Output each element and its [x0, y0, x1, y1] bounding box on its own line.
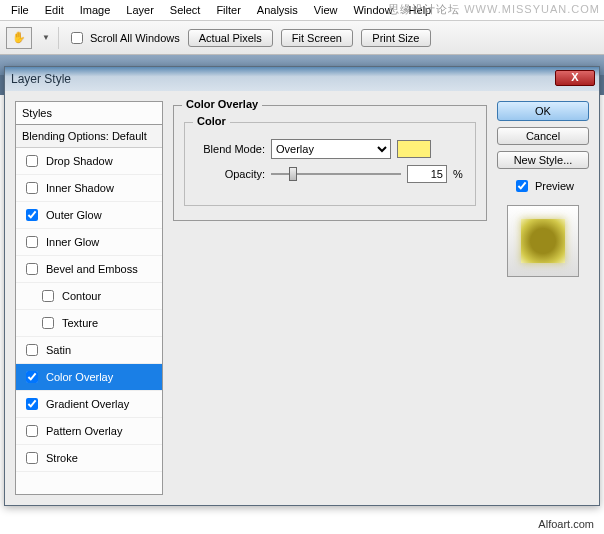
style-checkbox[interactable]	[42, 317, 54, 329]
blend-mode-select[interactable]: Overlay	[271, 139, 391, 159]
style-label: Contour	[62, 290, 101, 302]
style-checkbox[interactable]	[26, 425, 38, 437]
style-checkbox[interactable]	[26, 209, 38, 221]
preview-label: Preview	[535, 180, 574, 192]
menu-filter[interactable]: Filter	[209, 2, 247, 18]
credit-text: Alfoart.com	[538, 518, 594, 530]
style-item-drop-shadow[interactable]: Drop Shadow	[16, 148, 162, 175]
style-item-satin[interactable]: Satin	[16, 337, 162, 364]
settings-panel: Color Overlay Color Blend Mode: Overlay …	[173, 101, 487, 495]
actual-pixels-button[interactable]: Actual Pixels	[188, 29, 273, 47]
inner-legend: Color	[193, 115, 230, 127]
style-checkbox[interactable]	[26, 182, 38, 194]
opacity-value[interactable]: 15	[407, 165, 447, 183]
layer-style-dialog: Layer Style X Styles Blending Options: D…	[4, 66, 600, 506]
menu-view[interactable]: View	[307, 2, 345, 18]
hand-tool-icon[interactable]: ✋	[6, 27, 32, 49]
preview-checkbox[interactable]: Preview	[497, 177, 589, 195]
dialog-title: Layer Style	[11, 72, 71, 86]
style-item-contour[interactable]: Contour	[16, 283, 162, 310]
dialog-close-button[interactable]: X	[555, 70, 595, 86]
style-item-pattern-overlay[interactable]: Pattern Overlay	[16, 418, 162, 445]
new-style-button[interactable]: New Style...	[497, 151, 589, 169]
blending-options-item[interactable]: Blending Options: Default	[16, 125, 162, 148]
preview-square	[521, 219, 565, 263]
opacity-slider[interactable]	[271, 165, 401, 183]
style-label: Outer Glow	[46, 209, 102, 221]
slider-thumb[interactable]	[289, 167, 297, 181]
styles-header[interactable]: Styles	[16, 102, 162, 125]
style-checkbox[interactable]	[42, 290, 54, 302]
menu-analysis[interactable]: Analysis	[250, 2, 305, 18]
scroll-all-windows-checkbox[interactable]: Scroll All Windows	[67, 29, 180, 47]
opacity-label: Opacity:	[195, 168, 265, 180]
menu-edit[interactable]: Edit	[38, 2, 71, 18]
style-label: Inner Glow	[46, 236, 99, 248]
ok-button[interactable]: OK	[497, 101, 589, 121]
color-swatch[interactable]	[397, 140, 431, 158]
style-checkbox[interactable]	[26, 452, 38, 464]
style-checkbox[interactable]	[26, 344, 38, 356]
menu-layer[interactable]: Layer	[119, 2, 161, 18]
style-label: Drop Shadow	[46, 155, 113, 167]
style-label: Stroke	[46, 452, 78, 464]
options-bar: ✋ ▼ Scroll All Windows Actual Pixels Fit…	[0, 21, 604, 55]
blend-mode-label: Blend Mode:	[195, 143, 265, 155]
preview-checkbox-input[interactable]	[516, 180, 528, 192]
style-checkbox[interactable]	[26, 263, 38, 275]
style-label: Texture	[62, 317, 98, 329]
style-checkbox[interactable]	[26, 398, 38, 410]
scroll-all-label: Scroll All Windows	[90, 32, 180, 44]
style-label: Inner Shadow	[46, 182, 114, 194]
style-item-color-overlay[interactable]: Color Overlay	[16, 364, 162, 391]
fit-screen-button[interactable]: Fit Screen	[281, 29, 353, 47]
style-item-inner-glow[interactable]: Inner Glow	[16, 229, 162, 256]
group-legend: Color Overlay	[182, 98, 262, 110]
menu-file[interactable]: File	[4, 2, 36, 18]
style-item-gradient-overlay[interactable]: Gradient Overlay	[16, 391, 162, 418]
style-checkbox[interactable]	[26, 236, 38, 248]
style-label: Bevel and Emboss	[46, 263, 138, 275]
color-overlay-group: Color Overlay Color Blend Mode: Overlay …	[173, 105, 487, 221]
style-label: Pattern Overlay	[46, 425, 122, 437]
scroll-all-checkbox-input[interactable]	[71, 32, 83, 44]
style-checkbox[interactable]	[26, 155, 38, 167]
preview-swatch	[507, 205, 579, 277]
menu-image[interactable]: Image	[73, 2, 118, 18]
style-item-bevel-and-emboss[interactable]: Bevel and Emboss	[16, 256, 162, 283]
separator	[58, 27, 59, 49]
style-label: Gradient Overlay	[46, 398, 129, 410]
menu-select[interactable]: Select	[163, 2, 208, 18]
style-item-stroke[interactable]: Stroke	[16, 445, 162, 472]
style-checkbox[interactable]	[26, 371, 38, 383]
style-item-inner-shadow[interactable]: Inner Shadow	[16, 175, 162, 202]
style-item-outer-glow[interactable]: Outer Glow	[16, 202, 162, 229]
dialog-buttons: OK Cancel New Style... Preview	[497, 101, 589, 495]
style-label: Satin	[46, 344, 71, 356]
cancel-button[interactable]: Cancel	[497, 127, 589, 145]
color-inner-group: Color Blend Mode: Overlay Opacity:	[184, 122, 476, 206]
opacity-unit: %	[453, 168, 463, 180]
styles-list: Styles Blending Options: Default Drop Sh…	[15, 101, 163, 495]
dialog-titlebar[interactable]: Layer Style X	[5, 67, 599, 91]
print-size-button[interactable]: Print Size	[361, 29, 431, 47]
watermark: 思缘设计论坛 WWW.MISSYUAN.COM	[388, 2, 600, 17]
chevron-down-icon[interactable]: ▼	[42, 33, 50, 42]
style-item-texture[interactable]: Texture	[16, 310, 162, 337]
style-label: Color Overlay	[46, 371, 113, 383]
